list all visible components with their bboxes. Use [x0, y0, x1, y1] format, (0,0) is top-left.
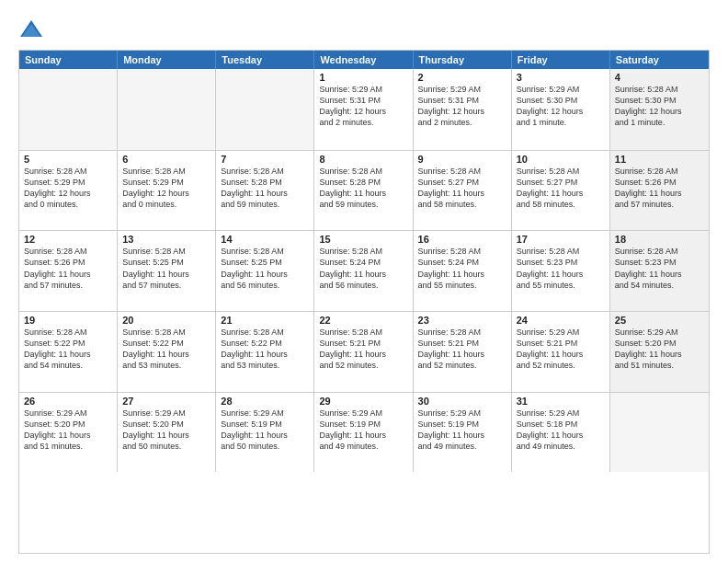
day-number: 24: [517, 315, 605, 326]
cell-line-1: Sunset: 5:28 PM: [221, 177, 309, 188]
calendar-cell-5: 5Sunrise: 5:28 AMSunset: 5:29 PMDaylight…: [19, 151, 118, 231]
cell-line-1: Sunset: 5:29 PM: [122, 177, 210, 188]
cell-line-1: Sunset: 5:22 PM: [221, 338, 309, 349]
cell-line-1: Sunset: 5:26 PM: [615, 177, 704, 188]
cell-line-2: Daylight: 12 hours: [418, 106, 506, 117]
cell-line-2: Daylight: 11 hours: [517, 188, 605, 199]
cell-line-2: Daylight: 12 hours: [122, 188, 210, 199]
day-number: 17: [517, 234, 605, 245]
cell-line-3: and 51 minutes.: [615, 360, 704, 371]
calendar-cell-2: 2Sunrise: 5:29 AMSunset: 5:31 PMDaylight…: [414, 69, 512, 150]
cell-line-1: Sunset: 5:19 PM: [221, 419, 309, 430]
day-number: 13: [122, 234, 210, 245]
calendar-row-4: 26Sunrise: 5:29 AMSunset: 5:20 PMDayligh…: [19, 392, 709, 473]
calendar-cell-6: 6Sunrise: 5:28 AMSunset: 5:29 PMDaylight…: [118, 151, 216, 231]
calendar-cell-22: 22Sunrise: 5:28 AMSunset: 5:21 PMDayligh…: [314, 312, 413, 392]
cell-line-0: Sunrise: 5:28 AM: [122, 246, 210, 257]
cell-line-1: Sunset: 5:25 PM: [221, 257, 309, 268]
cell-line-1: Sunset: 5:23 PM: [615, 257, 704, 268]
cell-line-2: Daylight: 12 hours: [24, 188, 112, 199]
cell-line-0: Sunrise: 5:28 AM: [24, 166, 112, 177]
cell-line-0: Sunrise: 5:28 AM: [24, 246, 112, 257]
cell-line-0: Sunrise: 5:28 AM: [319, 327, 407, 338]
cell-line-0: Sunrise: 5:28 AM: [517, 246, 605, 257]
cell-line-0: Sunrise: 5:28 AM: [319, 246, 407, 257]
cell-line-0: Sunrise: 5:29 AM: [418, 408, 506, 419]
weekday-header-monday: Monday: [118, 51, 216, 69]
cell-line-1: Sunset: 5:21 PM: [319, 338, 407, 349]
cell-line-2: Daylight: 12 hours: [319, 106, 407, 117]
cell-line-0: Sunrise: 5:28 AM: [221, 166, 309, 177]
cell-line-2: Daylight: 11 hours: [122, 269, 210, 280]
calendar: SundayMondayTuesdayWednesdayThursdayFrid…: [18, 50, 710, 554]
cell-line-1: Sunset: 5:28 PM: [319, 177, 407, 188]
cell-line-3: and 1 minute.: [517, 117, 605, 128]
calendar-cell-9: 9Sunrise: 5:28 AMSunset: 5:27 PMDaylight…: [414, 151, 512, 231]
calendar-cell-empty-0-1: [118, 69, 216, 150]
cell-line-3: and 2 minutes.: [319, 117, 407, 128]
cell-line-3: and 49 minutes.: [517, 441, 605, 452]
calendar-cell-28: 28Sunrise: 5:29 AMSunset: 5:19 PMDayligh…: [216, 393, 314, 473]
cell-line-2: Daylight: 11 hours: [615, 188, 704, 199]
cell-line-3: and 57 minutes.: [122, 280, 210, 291]
cell-line-3: and 57 minutes.: [24, 280, 112, 291]
cell-line-0: Sunrise: 5:29 AM: [615, 327, 704, 338]
calendar-cell-15: 15Sunrise: 5:28 AMSunset: 5:24 PMDayligh…: [314, 231, 413, 311]
day-number: 14: [221, 234, 309, 245]
day-number: 1: [319, 72, 407, 83]
day-number: 22: [319, 315, 407, 326]
cell-line-2: Daylight: 11 hours: [418, 349, 506, 360]
cell-line-1: Sunset: 5:31 PM: [418, 95, 506, 106]
cell-line-2: Daylight: 11 hours: [122, 349, 210, 360]
calendar-cell-empty-0-2: [216, 69, 314, 150]
cell-line-2: Daylight: 11 hours: [418, 188, 506, 199]
cell-line-1: Sunset: 5:27 PM: [418, 177, 506, 188]
cell-line-2: Daylight: 11 hours: [221, 349, 309, 360]
cell-line-3: and 54 minutes.: [24, 360, 112, 371]
calendar-cell-11: 11Sunrise: 5:28 AMSunset: 5:26 PMDayligh…: [610, 151, 709, 231]
calendar-cell-7: 7Sunrise: 5:28 AMSunset: 5:28 PMDaylight…: [216, 151, 314, 231]
cell-line-3: and 50 minutes.: [122, 441, 210, 452]
cell-line-3: and 59 minutes.: [221, 199, 309, 210]
day-number: 6: [122, 154, 210, 165]
weekday-header-saturday: Saturday: [610, 51, 709, 69]
cell-line-0: Sunrise: 5:28 AM: [24, 327, 112, 338]
page: SundayMondayTuesdayWednesdayThursdayFrid…: [0, 0, 728, 563]
cell-line-2: Daylight: 11 hours: [24, 269, 112, 280]
cell-line-3: and 57 minutes.: [615, 199, 704, 210]
cell-line-2: Daylight: 11 hours: [615, 349, 704, 360]
cell-line-0: Sunrise: 5:28 AM: [418, 246, 506, 257]
cell-line-2: Daylight: 11 hours: [319, 430, 407, 441]
cell-line-1: Sunset: 5:27 PM: [517, 177, 605, 188]
cell-line-0: Sunrise: 5:28 AM: [418, 327, 506, 338]
day-number: 10: [517, 154, 605, 165]
day-number: 7: [221, 154, 309, 165]
header: [18, 17, 710, 42]
cell-line-3: and 56 minutes.: [319, 280, 407, 291]
cell-line-3: and 58 minutes.: [418, 199, 506, 210]
cell-line-0: Sunrise: 5:29 AM: [517, 84, 605, 95]
weekday-header-thursday: Thursday: [414, 51, 512, 69]
cell-line-3: and 51 minutes.: [24, 441, 112, 452]
cell-line-1: Sunset: 5:23 PM: [517, 257, 605, 268]
cell-line-1: Sunset: 5:20 PM: [24, 419, 112, 430]
cell-line-3: and 55 minutes.: [418, 280, 506, 291]
cell-line-3: and 53 minutes.: [221, 360, 309, 371]
cell-line-1: Sunset: 5:21 PM: [418, 338, 506, 349]
cell-line-0: Sunrise: 5:28 AM: [615, 166, 704, 177]
cell-line-0: Sunrise: 5:29 AM: [122, 408, 210, 419]
cell-line-0: Sunrise: 5:29 AM: [24, 408, 112, 419]
cell-line-1: Sunset: 5:19 PM: [319, 419, 407, 430]
calendar-cell-12: 12Sunrise: 5:28 AMSunset: 5:26 PMDayligh…: [19, 231, 118, 311]
day-number: 16: [418, 234, 506, 245]
cell-line-1: Sunset: 5:20 PM: [122, 419, 210, 430]
cell-line-3: and 2 minutes.: [418, 117, 506, 128]
calendar-row-3: 19Sunrise: 5:28 AMSunset: 5:22 PMDayligh…: [19, 311, 709, 392]
cell-line-1: Sunset: 5:18 PM: [517, 419, 605, 430]
day-number: 19: [24, 315, 112, 326]
day-number: 31: [517, 396, 605, 407]
calendar-cell-14: 14Sunrise: 5:28 AMSunset: 5:25 PMDayligh…: [216, 231, 314, 311]
cell-line-2: Daylight: 11 hours: [319, 269, 407, 280]
calendar-cell-27: 27Sunrise: 5:29 AMSunset: 5:20 PMDayligh…: [118, 393, 216, 473]
day-number: 27: [122, 396, 210, 407]
